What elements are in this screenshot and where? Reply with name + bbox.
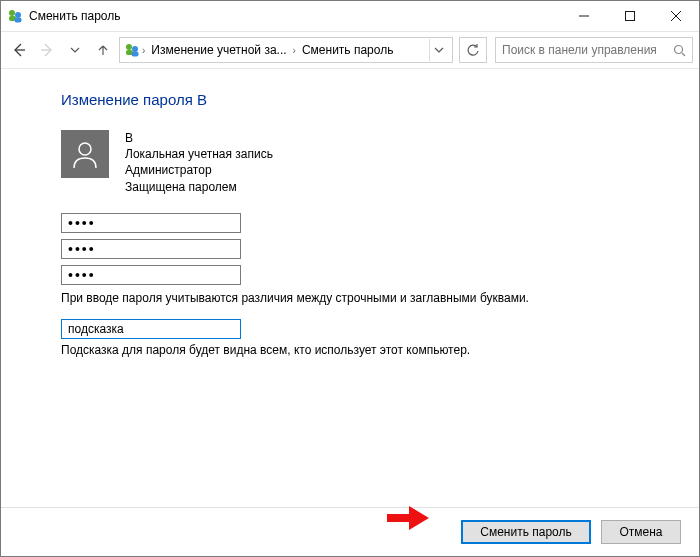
page-heading: Изменение пароля В — [61, 91, 699, 108]
svg-point-10 — [126, 44, 132, 50]
close-button[interactable] — [653, 2, 699, 31]
avatar — [61, 130, 109, 178]
footer: Сменить пароль Отмена — [1, 507, 699, 556]
user-summary: В Локальная учетная запись Администратор… — [61, 130, 699, 195]
breadcrumb-level1[interactable]: Изменение учетной за... — [147, 43, 290, 57]
address-dropdown-button[interactable] — [429, 39, 448, 61]
change-password-button[interactable]: Сменить пароль — [461, 520, 591, 544]
breadcrumb-level2[interactable]: Сменить пароль — [298, 43, 398, 57]
svg-line-15 — [682, 53, 685, 56]
change-password-label: Сменить пароль — [480, 525, 572, 539]
password-fields — [61, 213, 699, 285]
chevron-right-icon: › — [140, 45, 147, 56]
svg-rect-3 — [15, 18, 22, 23]
window-controls — [561, 2, 699, 31]
user-role: Администратор — [125, 162, 273, 178]
user-info: В Локальная учетная запись Администратор… — [125, 130, 273, 195]
svg-rect-13 — [132, 52, 139, 57]
hint-visibility-note: Подсказка для пароля будет видна всем, к… — [61, 343, 699, 357]
titlebar: Сменить пароль — [1, 1, 699, 32]
svg-point-0 — [9, 10, 15, 16]
window-title: Сменить пароль — [29, 9, 121, 23]
current-password-input[interactable] — [61, 213, 241, 233]
password-hint-input[interactable] — [61, 319, 241, 339]
user-accounts-icon — [7, 8, 23, 24]
search-input[interactable] — [500, 42, 672, 58]
new-password-input[interactable] — [61, 239, 241, 259]
svg-point-11 — [132, 46, 138, 52]
svg-rect-5 — [626, 12, 635, 21]
refresh-button[interactable] — [459, 37, 487, 63]
account-type: Локальная учетная запись — [125, 146, 273, 162]
minimize-button[interactable] — [561, 2, 607, 31]
content-area: Изменение пароля В В Локальная учетная з… — [1, 67, 699, 508]
search-box[interactable] — [495, 37, 693, 63]
case-sensitivity-note: При вводе пароля учитываются различия ме… — [61, 291, 699, 305]
user-accounts-icon — [124, 42, 140, 58]
svg-point-1 — [15, 12, 21, 18]
user-name: В — [125, 130, 273, 146]
window: Сменить пароль — [0, 0, 700, 557]
password-protection: Защищена паролем — [125, 179, 273, 195]
svg-point-16 — [79, 143, 91, 155]
cancel-label: Отмена — [619, 525, 662, 539]
svg-point-14 — [675, 45, 683, 53]
search-icon — [672, 44, 688, 57]
maximize-button[interactable] — [607, 2, 653, 31]
up-button[interactable] — [91, 38, 115, 62]
navbar: › Изменение учетной за... › Сменить паро… — [1, 32, 699, 69]
forward-button[interactable] — [35, 38, 59, 62]
confirm-password-input[interactable] — [61, 265, 241, 285]
chevron-right-icon: › — [291, 45, 298, 56]
address-bar[interactable]: › Изменение учетной за... › Сменить паро… — [119, 37, 453, 63]
back-button[interactable] — [7, 38, 31, 62]
recent-locations-button[interactable] — [63, 38, 87, 62]
cancel-button[interactable]: Отмена — [601, 520, 681, 544]
